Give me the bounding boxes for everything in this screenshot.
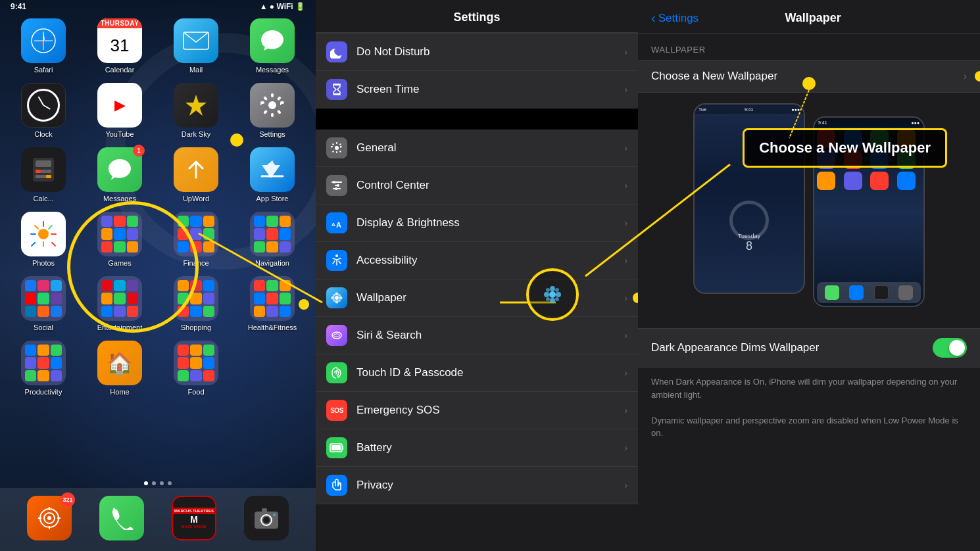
finance-folder-icon [174,212,218,256]
svg-rect-38 [333,84,340,85]
settings-title: Settings [329,11,625,24]
calendar-label: Calendar [105,66,135,74]
dark-appearance-toggle[interactable] [933,338,967,358]
gear-icon [326,137,347,158]
app-home[interactable]: 🏠 Home [84,341,155,396]
home-label: Home [110,388,129,396]
hourglass-icon [326,79,347,100]
wallpaper-yellow-dot [633,293,638,303]
app-settings[interactable]: Settings [237,83,308,138]
dark-appearance-label: Dark Appearance Dims Wallpaper [651,341,933,354]
privacy-label: Privacy [356,479,624,492]
app-calendar[interactable]: Thursday 31 Calendar [84,18,155,74]
wp-home-status: 9:41●●● [814,118,923,127]
settings-item-wallpaper[interactable]: Wallpaper › [316,279,638,317]
app-productivity[interactable]: Productivity [8,341,79,396]
darksky-label: Dark Sky [182,130,211,138]
settings-item-accessibility[interactable]: Accessibility › [316,242,638,279]
page-dot-3 [160,481,164,485]
page-dot-4 [168,481,172,485]
navigation-folder-icon [250,212,295,256]
dock-marcus[interactable]: MARCUS THEATRES M MOVIE TAVERN [172,496,216,543]
games-label: Games [108,259,131,267]
app-photos[interactable]: Photos [8,212,79,267]
app-messages[interactable]: Messages [237,18,308,74]
app-entertainment[interactable]: Entertainment [84,276,155,331]
dock-camera[interactable] [244,496,289,543]
app-social[interactable]: Social [8,276,79,331]
entertainment-label: Entertainment [97,323,142,331]
settings-item-do-not-disturb[interactable]: Do Not Disturb › [316,33,638,71]
app-messages2[interactable]: 1 Messages [84,147,155,203]
svg-rect-21 [51,233,57,235]
svg-point-35 [263,517,270,523]
wallpaper-desc-line1: When Dark Appearance is On, iPhone will … [651,375,967,401]
app-upword[interactable]: UpWord [160,147,232,203]
chevron-icon: › [624,255,627,266]
status-indicators: ▲ ● WiFi 🔋 [260,2,305,11]
settings-item-battery[interactable]: Battery › [316,429,638,467]
choose-wallpaper-chevron-icon: › [964,70,967,82]
chevron-icon: › [624,405,627,416]
app-clock[interactable]: Clock [8,83,79,138]
app-games[interactable]: Games [84,212,155,267]
camera-icon-bg [244,496,289,540]
siri-icon [326,325,347,346]
app-appstore[interactable]: App Store [237,147,308,203]
wp-status-bar: Tue9:41●●● [695,105,804,114]
app-safari[interactable]: Safari [8,18,79,74]
settings-item-touch-id[interactable]: Touch ID & Passcode › [316,354,638,392]
settings-label: Settings [259,130,285,138]
choose-wallpaper-row[interactable]: Choose a New Wallpaper › [638,60,980,93]
choose-wallpaper-dot [975,71,980,82]
app-mail[interactable]: Mail [160,18,232,74]
calendar-icon-bg: Thursday 31 [97,18,142,63]
dock-phone[interactable] [99,496,144,543]
settings-item-privacy[interactable]: Privacy › [316,467,638,504]
callout-text: Choose a New Wallpaper [759,139,931,156]
app-youtube[interactable]: ▶ YouTube [84,83,155,138]
svg-point-54 [339,297,343,300]
svg-point-44 [333,181,335,183]
svg-point-51 [335,293,339,296]
settings-item-emergency-sos[interactable]: SOS Emergency SOS › [316,392,638,429]
settings-item-screen-time[interactable]: Screen Time › [316,71,638,108]
app-food[interactable]: Food [160,341,232,396]
svg-point-53 [331,297,335,300]
app-shopping[interactable]: Shopping [160,276,232,331]
app-finance[interactable]: Finance [160,212,232,267]
settings-item-display-brightness[interactable]: A A Display & Brightness › [316,204,638,242]
chevron-icon: › [624,293,627,303]
svg-rect-20 [30,233,36,235]
app-navigation[interactable]: Navigation [237,212,308,267]
back-button[interactable]: ‹ Settings [651,11,698,26]
wallpaper-desc-line2: Dynamic wallpaper and perspective zoom a… [651,414,967,440]
svg-point-45 [337,184,339,187]
overcast-badge: 321 [61,492,75,507]
svg-rect-13 [36,175,41,178]
mail-icon-bg [174,18,218,63]
general-label: General [356,141,624,155]
svg-rect-25 [51,242,57,247]
svg-point-56 [338,294,341,297]
back-label: Settings [658,12,698,25]
settings-item-general[interactable]: General › [316,130,638,167]
healthfitness-label: Health&Fitness [248,323,297,331]
social-label: Social [34,323,53,331]
svg-rect-36 [262,508,267,512]
flowers-wallpaper-icon [326,287,347,308]
app-calculator[interactable]: Calc... [8,147,79,203]
settings-item-control-center[interactable]: Control Center › [316,167,638,204]
do-not-disturb-label: Do Not Disturb [356,45,624,59]
app-darksky[interactable]: Dark Sky [160,83,232,138]
clock-face [27,89,60,122]
safari-icon-bg [21,18,66,63]
app-healthfitness[interactable]: Health&Fitness [237,276,308,331]
dock: 321 MARCUS THEATRES M MOVIE TAVERN [0,488,316,551]
messages2-label: Messages [103,195,136,203]
dock-overcast[interactable]: 321 [27,496,72,543]
healthfitness-folder-icon [250,276,295,321]
settings-item-siri-search[interactable]: Siri & Search › [316,317,638,354]
messages-icon-bg [250,18,295,63]
svg-point-57 [333,299,335,302]
